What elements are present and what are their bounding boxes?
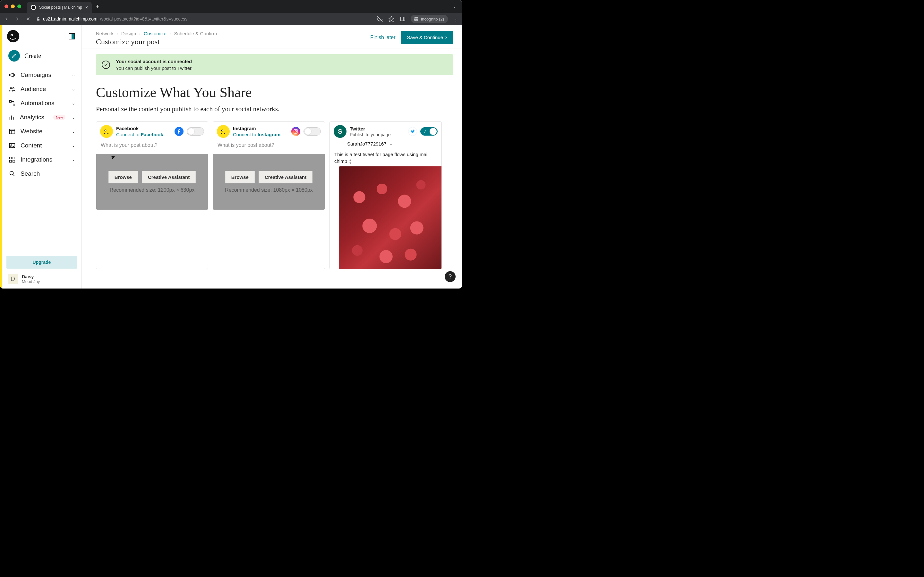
facebook-icon: [174, 127, 184, 136]
recommended-size: Recommended size: 1200px × 630px: [110, 187, 195, 193]
save-continue-button[interactable]: Save & Continue >: [401, 31, 453, 44]
sidebar-item-label: Analytics: [20, 114, 44, 121]
sidebar-item-audience[interactable]: Audience ⌄: [2, 82, 81, 96]
creative-assistant-button[interactable]: Creative Assistant: [142, 171, 196, 183]
svg-rect-7: [401, 17, 405, 21]
sidebar-item-website[interactable]: Website ⌄: [2, 124, 81, 139]
finish-later-link[interactable]: Finish later: [370, 35, 395, 40]
side-panel-icon[interactable]: [400, 16, 405, 22]
page-lede: Personalize the content you publish to e…: [96, 105, 453, 113]
bar-chart-icon: [8, 114, 15, 121]
tabs-overflow-icon[interactable]: ⌄: [453, 4, 456, 9]
svg-point-12: [7, 30, 19, 43]
svg-rect-18: [13, 104, 15, 106]
sidebar-item-search[interactable]: Search: [2, 167, 81, 181]
window-titlebar: Social posts | Mailchimp × + ⌄: [0, 0, 462, 13]
incognito-icon: [413, 16, 419, 22]
twitter-post-text[interactable]: This is a test tweet for page flows usin…: [330, 148, 441, 166]
create-label: Create: [24, 52, 41, 60]
twitter-handle-select[interactable]: SarahJo77729167 ⌄: [330, 140, 441, 148]
sidebar-item-label: Integrations: [21, 156, 52, 163]
fullscreen-window-button[interactable]: [17, 5, 21, 8]
url-path: /social-posts/edit?id=8&t=twitter&s=succ…: [100, 16, 188, 21]
avatar: D: [8, 274, 18, 284]
upgrade-button[interactable]: Upgrade: [6, 256, 77, 269]
svg-point-40: [295, 131, 296, 132]
card-title: Instagram: [233, 126, 288, 131]
nav-forward-button[interactable]: [14, 16, 21, 22]
svg-point-16: [13, 87, 14, 89]
breadcrumb-step[interactable]: Schedule & Confirm: [174, 31, 217, 36]
page-header: Network › Design › Customize › Schedule …: [82, 25, 462, 48]
sidebar-item-automations[interactable]: Automations ⌄: [2, 96, 81, 110]
sidebar-item-analytics[interactable]: Analytics New ⌄: [2, 110, 81, 124]
chevron-down-icon: ⌄: [72, 115, 75, 119]
creative-assistant-button[interactable]: Creative Assistant: [258, 171, 312, 183]
stop-reload-button[interactable]: [25, 16, 31, 21]
connect-link[interactable]: Connect to Instagram: [233, 132, 288, 137]
svg-rect-27: [10, 157, 11, 159]
people-icon: [8, 85, 16, 93]
new-badge: New: [53, 115, 65, 120]
mailchimp-logo[interactable]: [6, 29, 20, 43]
instagram-toggle[interactable]: [304, 127, 321, 135]
svg-point-36: [218, 126, 228, 136]
browser-menu-icon[interactable]: ⋮: [453, 15, 459, 23]
breadcrumb-step[interactable]: Network: [96, 31, 113, 36]
collapse-sidebar-icon[interactable]: [69, 33, 75, 39]
bookmark-star-icon[interactable]: [388, 16, 395, 22]
megaphone-icon: [8, 71, 16, 79]
profile-subtitle: Mood Joy: [22, 279, 40, 284]
svg-point-0: [32, 6, 35, 9]
instagram-post-input[interactable]: What is your post about?: [213, 140, 325, 154]
close-window-button[interactable]: [5, 5, 8, 8]
connect-link[interactable]: Connect to Facebook: [116, 132, 171, 137]
facebook-toggle[interactable]: [187, 127, 204, 135]
twitter-toggle[interactable]: ✓: [420, 127, 438, 135]
sidebar-item-campaigns[interactable]: Campaigns ⌄: [2, 68, 81, 82]
account-avatar: [100, 125, 113, 138]
chevron-down-icon: ⌄: [389, 142, 393, 146]
banner-title: Your social account is connected: [116, 59, 192, 64]
eye-off-icon[interactable]: [376, 16, 383, 22]
browse-button[interactable]: Browse: [108, 171, 138, 183]
help-button[interactable]: ?: [445, 271, 456, 282]
profile-block[interactable]: D Daisy Mood Joy: [2, 274, 81, 288]
nav-back-button[interactable]: [3, 16, 10, 22]
svg-line-32: [13, 175, 15, 176]
layout-icon: [8, 128, 16, 135]
svg-point-35: [105, 130, 106, 131]
chevron-down-icon: ⌄: [72, 157, 75, 162]
breadcrumb-step[interactable]: Design: [121, 31, 136, 36]
browser-tab[interactable]: Social posts | Mailchimp ×: [27, 2, 92, 13]
image-icon: [8, 142, 16, 149]
chevron-right-icon: ›: [139, 32, 141, 35]
svg-point-31: [10, 171, 13, 175]
create-button[interactable]: Create: [2, 47, 81, 64]
sidebar-item-label: Website: [21, 128, 42, 135]
banner-message: You can publish your post to Twitter.: [116, 65, 192, 71]
sidebar-item-label: Campaigns: [21, 71, 51, 79]
chevron-down-icon: ⌄: [72, 101, 75, 105]
sidebar-item-label: Search: [21, 170, 40, 177]
incognito-badge[interactable]: Incognito (2): [411, 15, 448, 23]
profile-name: Daisy: [22, 274, 40, 279]
lock-icon: [36, 17, 40, 21]
recommended-size: Recommended size: 1080px × 1080px: [225, 187, 313, 193]
close-tab-icon[interactable]: ×: [86, 5, 88, 10]
browse-button[interactable]: Browse: [225, 171, 255, 183]
sidebar-item-label: Content: [21, 142, 42, 149]
twitter-attached-image[interactable]: [339, 166, 441, 269]
tab-title: Social posts | Mailchimp: [39, 5, 82, 10]
account-avatar: S: [334, 125, 347, 138]
new-tab-button[interactable]: +: [95, 3, 99, 10]
facebook-post-input[interactable]: What is your post about?: [96, 140, 208, 154]
url-field[interactable]: us21.admin.mailchimp.com/social-posts/ed…: [36, 16, 372, 21]
minimize-window-button[interactable]: [11, 5, 15, 8]
chevron-down-icon: ⌄: [72, 87, 75, 91]
sidebar-item-content[interactable]: Content ⌄: [2, 139, 81, 153]
breadcrumb-step-active[interactable]: Customize: [144, 31, 166, 36]
svg-point-14: [11, 35, 13, 36]
svg-point-38: [222, 130, 223, 131]
sidebar-item-integrations[interactable]: Integrations ⌄: [2, 153, 81, 167]
